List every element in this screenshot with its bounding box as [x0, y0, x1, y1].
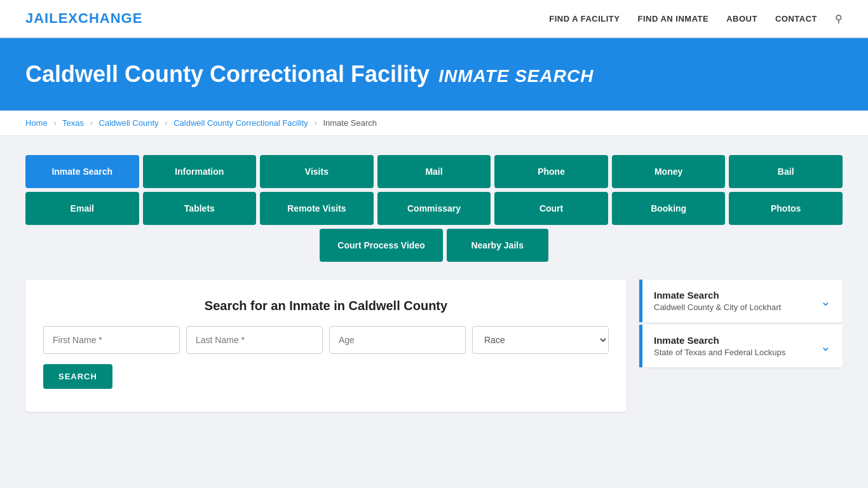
tab-inmate-search[interactable]: Inmate Search [25, 155, 139, 188]
tabs-row2: Email Tablets Remote Visits Commissary C… [25, 192, 843, 225]
hero-title-italic: INMATE SEARCH [438, 66, 593, 86]
tab-money[interactable]: Money [612, 155, 726, 188]
tabs-row1: Inmate Search Information Visits Mail Ph… [25, 155, 843, 188]
sidebar-item-caldwell-subtitle: Caldwell County & City of Lockhart [654, 302, 781, 312]
logo-part1: JAIL [25, 10, 58, 26]
tab-tablets[interactable]: Tablets [143, 192, 257, 225]
breadcrumb-sep3: › [165, 118, 167, 128]
nav-about[interactable]: ABOUT [726, 14, 757, 24]
site-logo[interactable]: JAILEXCHANGE [25, 10, 142, 27]
tab-information[interactable]: Information [143, 155, 257, 188]
first-name-input[interactable] [43, 326, 180, 354]
tab-phone[interactable]: Phone [494, 155, 608, 188]
age-input[interactable] [329, 326, 466, 354]
search-form-box: Search for an Inmate in Caldwell County … [25, 280, 627, 412]
sidebar: Inmate Search Caldwell County & City of … [639, 280, 843, 370]
breadcrumb-sep2: › [90, 118, 93, 128]
tab-court[interactable]: Court [494, 192, 608, 225]
tab-remote-visits[interactable]: Remote Visits [260, 192, 374, 225]
logo-part2: EXCHANGE [58, 10, 143, 26]
tab-photos[interactable]: Photos [729, 192, 843, 225]
tabs-row3: Court Process Video Nearby Jails [25, 229, 843, 262]
breadcrumb-current: Inmate Search [323, 118, 377, 128]
race-select[interactable]: Race White Black Hispanic Asian Other [472, 326, 609, 354]
sidebar-item-caldwell[interactable]: Inmate Search Caldwell County & City of … [639, 280, 843, 322]
hero-banner: Caldwell County Correctional Facility IN… [0, 38, 868, 111]
sidebar-item-caldwell-title: Inmate Search [654, 290, 781, 301]
sidebar-item-texas[interactable]: Inmate Search State of Texas and Federal… [639, 325, 843, 367]
tab-commissary[interactable]: Commissary [377, 192, 491, 225]
breadcrumb-caldwell-county[interactable]: Caldwell County [99, 118, 159, 128]
tab-court-process-video[interactable]: Court Process Video [320, 229, 442, 262]
chevron-down-icon: ⌄ [820, 294, 831, 309]
main-content: Inmate Search Information Visits Mail Ph… [0, 136, 868, 431]
main-nav: FIND A FACILITY FIND AN INMATE ABOUT CON… [549, 13, 843, 25]
tab-nearby-jails[interactable]: Nearby Jails [447, 229, 548, 262]
nav-find-inmate[interactable]: FIND AN INMATE [637, 14, 709, 24]
nav-contact[interactable]: CONTACT [775, 14, 817, 24]
chevron-down-icon-2: ⌄ [820, 339, 831, 354]
site-header: JAILEXCHANGE FIND A FACILITY FIND AN INM… [0, 0, 868, 38]
breadcrumb-facility[interactable]: Caldwell County Correctional Facility [173, 118, 308, 128]
search-form-title: Search for an Inmate in Caldwell County [43, 299, 609, 313]
form-row-inputs: Race White Black Hispanic Asian Other [43, 326, 609, 354]
breadcrumb: Home › Texas › Caldwell County › Caldwel… [0, 111, 868, 136]
last-name-input[interactable] [186, 326, 323, 354]
sidebar-item-texas-subtitle: State of Texas and Federal Lockups [654, 348, 785, 357]
tab-visits[interactable]: Visits [260, 155, 374, 188]
breadcrumb-texas[interactable]: Texas [62, 118, 84, 128]
tab-bail[interactable]: Bail [729, 155, 843, 188]
bottom-section: Search for an Inmate in Caldwell County … [25, 280, 843, 412]
search-icon[interactable]: ⚲ [835, 13, 843, 25]
hero-title-main: Caldwell County Correctional Facility [25, 61, 430, 88]
breadcrumb-sep4: › [314, 118, 316, 128]
nav-find-facility[interactable]: FIND A FACILITY [549, 14, 620, 24]
breadcrumb-sep1: › [53, 118, 56, 128]
tab-mail[interactable]: Mail [377, 155, 491, 188]
search-button[interactable]: SEARCH [43, 364, 112, 389]
tab-email[interactable]: Email [25, 192, 139, 225]
breadcrumb-home[interactable]: Home [25, 118, 48, 128]
tab-booking[interactable]: Booking [612, 192, 726, 225]
sidebar-item-texas-title: Inmate Search [654, 335, 785, 346]
